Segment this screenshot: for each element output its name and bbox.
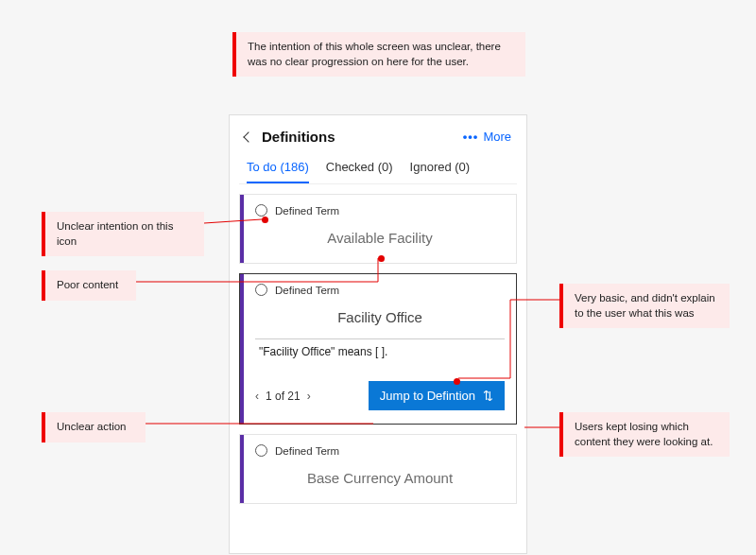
- annotation-left-1: Unclear intention on this icon: [42, 212, 204, 256]
- card-term: Available Facility: [255, 217, 505, 250]
- annotation-left-3: Unclear action: [42, 412, 146, 442]
- panel-header-left: Definitions: [245, 129, 335, 145]
- tab-todo[interactable]: To do (186): [247, 160, 309, 183]
- tab-checked[interactable]: Checked (0): [326, 160, 393, 183]
- annotation-right-1: Very basic, and didn't explain to the us…: [559, 284, 730, 328]
- card-term: Base Currency Amount: [255, 457, 505, 490]
- more-button[interactable]: ••• More: [463, 130, 511, 144]
- card-accent: [240, 195, 244, 263]
- definition-card[interactable]: Defined Term Available Facility: [239, 194, 517, 264]
- card-type-label: Defined Term: [275, 285, 339, 296]
- status-radio-icon[interactable]: [255, 284, 267, 296]
- card-accent: [240, 274, 244, 424]
- jump-icon: ⇅: [483, 389, 493, 403]
- pager-next-icon[interactable]: ›: [307, 390, 311, 403]
- tabs: To do (186) Checked (0) Ignored (0): [230, 150, 526, 183]
- card-accent: [240, 435, 244, 503]
- card-type-label: Defined Term: [275, 445, 339, 457]
- annotation-text: Unclear action: [57, 421, 127, 432]
- status-radio-icon[interactable]: [255, 204, 267, 217]
- annotation-text: Unclear intention on this icon: [57, 220, 173, 247]
- annotation-right-2: Users kept losing which content they wer…: [559, 412, 730, 457]
- marker-dot: [454, 378, 460, 385]
- definitions-panel: Definitions ••• More To do (186) Checked…: [229, 114, 527, 554]
- card-list: Defined Term Available Facility Defined …: [230, 184, 526, 504]
- pager: ‹ 1 of 21 ›: [255, 390, 311, 403]
- back-icon[interactable]: [243, 131, 253, 142]
- card-definition: "Facility Office" means [ ].: [255, 338, 505, 358]
- annotation-text: Users kept losing which content they wer…: [575, 421, 713, 447]
- annotation-text: Very basic, and didn't explain to the us…: [575, 292, 715, 319]
- card-type-label: Defined Term: [275, 205, 339, 217]
- card-head: Defined Term: [255, 204, 505, 217]
- card-term: Facility Office: [255, 296, 505, 329]
- more-label: More: [483, 130, 511, 144]
- ellipsis-icon: •••: [463, 130, 479, 144]
- annotation-top: The intention of this whole screen was u…: [232, 32, 525, 77]
- annotation-text: The intention of this whole screen was u…: [248, 41, 501, 67]
- card-actions: ‹ 1 of 21 › Jump to Defintion ⇅: [255, 381, 505, 410]
- pager-label: 1 of 21: [266, 390, 301, 403]
- definition-card-selected[interactable]: Defined Term Facility Office "Facility O…: [239, 273, 517, 425]
- definition-card[interactable]: Defined Term Base Currency Amount: [239, 434, 517, 504]
- jump-label: Jump to Defintion: [380, 389, 475, 403]
- tab-ignored[interactable]: Ignored (0): [410, 160, 471, 183]
- annotation-left-2: Poor content: [42, 270, 136, 301]
- status-radio-icon[interactable]: [255, 444, 267, 457]
- marker-dot: [262, 217, 268, 223]
- panel-header: Definitions ••• More: [230, 115, 526, 150]
- jump-to-definition-button[interactable]: Jump to Defintion ⇅: [369, 381, 505, 410]
- pager-prev-icon[interactable]: ‹: [255, 390, 259, 403]
- marker-dot: [378, 255, 385, 262]
- card-head: Defined Term: [255, 284, 505, 296]
- panel-title: Definitions: [262, 129, 335, 145]
- annotation-text: Poor content: [57, 279, 118, 290]
- card-head: Defined Term: [255, 444, 505, 457]
